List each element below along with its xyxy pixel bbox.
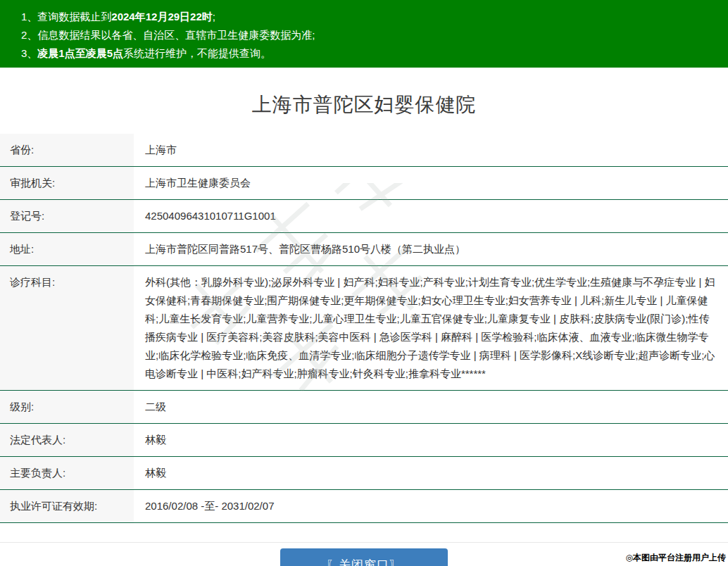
field-value: 上海市卫生健康委员会 <box>134 167 728 199</box>
button-area: 〖关闭窗口〗 <box>0 543 728 566</box>
field-value: 林毅 <box>134 457 728 489</box>
table-row: 法定代表人:林毅 <box>0 424 728 457</box>
field-label: 法定代表人: <box>0 424 134 456</box>
table-row: 诊疗科目:外科(其他：乳腺外科专业);泌尿外科专业 | 妇产科;妇科专业;产科专… <box>0 266 728 391</box>
notice-banner: 1、查询数据截止到2024年12月29日22时;2、信息数据结果以各省、自治区、… <box>0 0 728 68</box>
table-row: 主要负责人:林毅 <box>0 457 728 490</box>
table-row: 级别:二级 <box>0 391 728 424</box>
field-label: 主要负责人: <box>0 457 134 489</box>
query-result-page: 1、查询数据截止到2024年12月29日22时;2、信息数据结果以各省、自治区、… <box>0 0 728 566</box>
table-row: 执业许可证有效期:2016/02/08 -至- 2031/02/07 <box>0 490 728 523</box>
table-row: 登记号:42504096431010711G1001 <box>0 200 728 233</box>
field-label: 执业许可证有效期: <box>0 490 134 522</box>
field-value: 林毅 <box>134 424 728 456</box>
field-label: 诊疗科目: <box>0 266 134 390</box>
field-value: 二级 <box>134 391 728 423</box>
table-row: 省份:上海市 <box>0 134 728 167</box>
info-table: 省份:上海市审批机关:上海市卫生健康委员会登记号:425040964310107… <box>0 134 728 523</box>
field-value: 上海市普陀区同普路517号、普陀区曹杨路510号八楼（第二执业点） <box>134 233 728 265</box>
field-label: 级别: <box>0 391 134 423</box>
field-value: 42504096431010711G1001 <box>134 200 728 232</box>
field-label: 登记号: <box>0 200 134 232</box>
close-window-button[interactable]: 〖关闭窗口〗 <box>280 548 448 566</box>
page-title: 上海市普陀区妇婴保健院 <box>0 92 728 118</box>
field-label: 省份: <box>0 134 134 166</box>
field-label: 审批机关: <box>0 167 134 199</box>
field-value: 上海市 <box>134 134 728 166</box>
notice-list: 1、查询数据截止到2024年12月29日22时;2、信息数据结果以各省、自治区、… <box>21 8 714 63</box>
image-credit-note: ◎本图由平台注册用户上传 <box>626 552 726 564</box>
notice-line: 2、信息数据结果以各省、自治区、直辖市卫生健康委数据为准; <box>21 26 714 44</box>
table-row: 审批机关:上海市卫生健康委员会 <box>0 167 728 200</box>
notice-line: 1、查询数据截止到2024年12月29日22时; <box>21 8 714 26</box>
table-row: 地址:上海市普陀区同普路517号、普陀区曹杨路510号八楼（第二执业点） <box>0 233 728 266</box>
field-value: 外科(其他：乳腺外科专业);泌尿外科专业 | 妇产科;妇科专业;产科专业;计划生… <box>134 266 728 390</box>
notice-line: 3、凌晨1点至凌晨5点系统进行维护，不能提供查询。 <box>21 44 714 63</box>
field-label: 地址: <box>0 233 134 265</box>
field-value: 2016/02/08 -至- 2031/02/07 <box>134 490 728 522</box>
